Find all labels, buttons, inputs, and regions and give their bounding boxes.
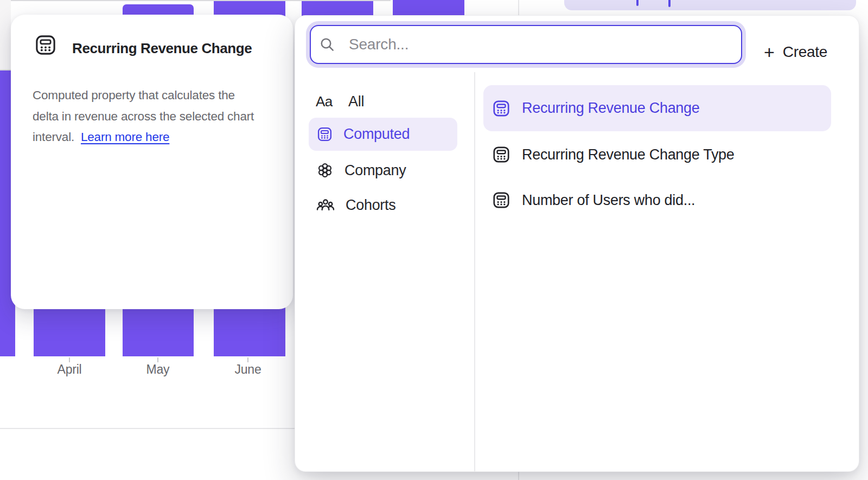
search-field [310, 25, 742, 64]
calculator-icon [492, 145, 511, 164]
tooltip-description-line: interval.Learn more here [33, 127, 282, 148]
x-axis-label: May [133, 362, 182, 377]
x-axis-label: April [45, 362, 94, 377]
x-axis-line [0, 0, 391, 1]
clipped-property-chip [564, 0, 856, 10]
clipped-text-fragment [668, 0, 671, 7]
company-icon [316, 161, 334, 180]
x-axis-tick [69, 357, 70, 362]
calculator-icon [492, 99, 511, 118]
x-axis-label: June [224, 362, 272, 377]
filter-label: All [348, 93, 364, 110]
filter-item-computed[interactable]: Computed [309, 118, 457, 151]
property-tooltip-card: Recurring Revenue Change Computed proper… [11, 15, 293, 309]
background-header-strip [0, 0, 11, 69]
result-item-recurring-revenue-change[interactable]: Recurring Revenue Change [483, 85, 831, 131]
background-vertical-divider-bottom [518, 471, 519, 480]
create-button[interactable]: + Create [764, 40, 827, 65]
tooltip-description: Computed property that calculates the de… [33, 85, 282, 148]
x-axis-tick [157, 357, 158, 362]
result-label: Number of Users who did... [522, 192, 695, 209]
plus-icon: + [764, 43, 775, 61]
background-vertical-divider-top [518, 0, 519, 15]
search-input[interactable] [310, 25, 742, 64]
result-label: Recurring Revenue Change Type [522, 146, 735, 163]
background-header-divider [0, 69, 11, 71]
result-item-number-of-users[interactable]: Number of Users who did... [492, 187, 695, 213]
calculator-icon [492, 190, 511, 210]
filter-item-all[interactable]: Aa All [316, 91, 364, 112]
filter-item-cohorts[interactable]: Cohorts [316, 193, 395, 217]
calculator-icon [316, 126, 333, 143]
tooltip-description-line: delta in revenue across the selected cha… [33, 106, 282, 127]
calculator-icon [34, 33, 58, 57]
tooltip-description-line: Computed property that calculates the [33, 85, 282, 106]
result-item-recurring-revenue-change-type[interactable]: Recurring Revenue Change Type [492, 142, 735, 168]
learn-more-link[interactable]: Learn more here [81, 130, 169, 144]
result-label: Recurring Revenue Change [522, 100, 700, 117]
tooltip-title: Recurring Revenue Change [72, 36, 252, 60]
filter-item-company[interactable]: Company [316, 158, 406, 183]
filter-label: Cohorts [346, 197, 395, 214]
aa-text-icon: Aa [316, 93, 338, 110]
column-divider [474, 72, 475, 471]
property-picker-panel: + Create Aa All Computed [295, 15, 859, 472]
create-button-label: Create [783, 43, 827, 61]
x-axis-tick [247, 357, 248, 362]
cohorts-icon [316, 195, 335, 215]
filter-label: Company [344, 162, 406, 179]
clipped-text-fragment [636, 0, 639, 6]
filter-label: Computed [343, 126, 410, 143]
screen: AprilMayJune Recurring Revenue Change Co… [0, 0, 868, 480]
